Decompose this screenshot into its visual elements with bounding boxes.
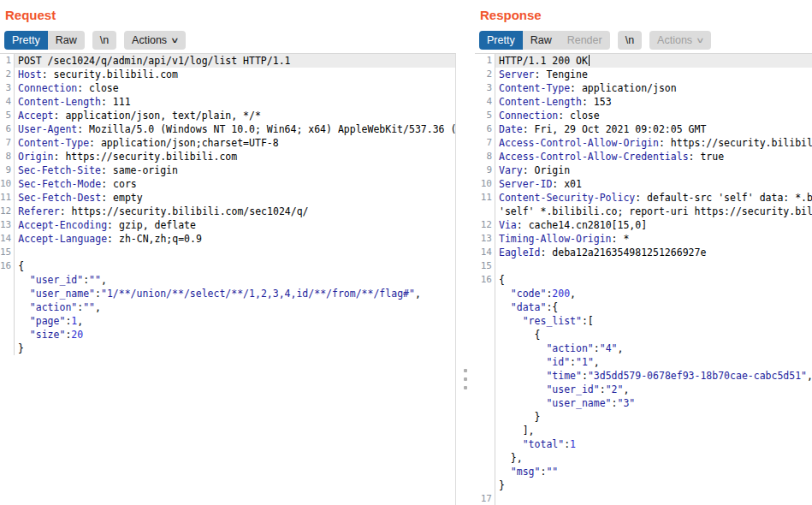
line-number: 10: [475, 177, 495, 191]
line-number: 1: [0, 54, 15, 68]
code-line: "total":1: [475, 437, 812, 451]
code-line-text: }: [495, 478, 812, 492]
code-line-text: Content-Type: application/json;charset=U…: [15, 136, 455, 150]
line-number: 4: [0, 95, 15, 109]
tab-label: Raw: [530, 34, 552, 46]
tab-group: \n: [618, 31, 642, 50]
text-caret: [589, 55, 590, 66]
code-line: 13Timing-Allow-Origin: *: [475, 232, 812, 246]
code-line: 12Referer: https://security.bilibili.com…: [0, 205, 455, 218]
code-line: "code":200,: [475, 287, 812, 300]
code-line: 8Access-Control-Allow-Credentials: true: [475, 150, 812, 163]
line-number: [0, 342, 15, 355]
tab-label: Actions: [132, 34, 167, 46]
request-editor[interactable]: 1POST /sec1024/q/admin/api/v1/log/list H…: [0, 53, 456, 505]
line-number: 13: [0, 218, 15, 232]
code-line-text: Via: cache14.cn2810[15,0]: [495, 218, 812, 232]
tab-label: Actions: [657, 34, 692, 46]
tab-label: Pretty: [487, 34, 515, 46]
code-line-text: "time":"3d5dd579-0678ef93-18b70cae-cabc5…: [495, 369, 812, 383]
tab-group: PrettyRaw: [4, 31, 85, 50]
tab-raw[interactable]: Raw: [48, 31, 85, 50]
code-line: 14EagleId: deba12a216354981251266927e: [475, 246, 812, 259]
tab-group: PrettyRawRender: [479, 31, 610, 50]
chevron-down-icon: ∨: [696, 36, 705, 45]
line-number: [475, 300, 495, 314]
code-line-text: Server-ID: x01: [495, 177, 812, 191]
code-line: 3Content-Type: application/json: [475, 81, 812, 95]
actions-button[interactable]: Actions∨: [124, 31, 186, 50]
line-number: 16: [0, 259, 15, 273]
code-line: }: [475, 410, 812, 424]
code-line: 12Via: cache14.cn2810[15,0]: [475, 218, 812, 232]
code-line: 15: [0, 246, 455, 259]
response-tabbar: PrettyRawRender\nActions∨: [475, 26, 812, 51]
line-number: 15: [475, 259, 495, 273]
code-line: 3Connection: close: [0, 81, 455, 95]
code-line: "msg":"": [475, 465, 812, 478]
code-line-text: [15, 246, 455, 259]
line-number: [0, 328, 15, 342]
code-line-text: {: [495, 328, 812, 342]
tab-group: Actions∨: [649, 31, 711, 50]
code-line: }: [0, 342, 455, 355]
request-tabbar: PrettyRaw\nActions∨: [0, 26, 456, 51]
code-line: },: [475, 451, 812, 465]
code-line: ],: [475, 424, 812, 437]
line-number: [0, 287, 15, 300]
code-line: 10Server-ID: x01: [475, 177, 812, 191]
code-line: 16{: [475, 273, 812, 287]
code-line-text: Host: security.bilibili.com: [15, 68, 455, 81]
code-line-text: Connection: close: [495, 109, 812, 122]
line-number: 14: [0, 232, 15, 246]
tab-raw[interactable]: Raw: [523, 31, 560, 50]
code-line-text: "user_id":"2",: [495, 383, 812, 396]
panel-splitter[interactable]: [456, 0, 475, 505]
line-number: 12: [475, 218, 495, 232]
code-line-text: Sec-Fetch-Site: same-origin: [15, 163, 455, 177]
code-line: 11Sec-Fetch-Dest: empty: [0, 191, 455, 205]
code-line: 'self' *.bilibili.co; report-uri https:/…: [475, 205, 812, 218]
line-number: [475, 451, 495, 465]
code-line-text: EagleId: deba12a216354981251266927e: [495, 246, 812, 259]
code-line-text: [495, 492, 812, 505]
line-number: 6: [475, 122, 495, 136]
line-number: 9: [0, 163, 15, 177]
tab-label: Render: [567, 34, 602, 46]
request-panel: Request PrettyRaw\nActions∨ 1POST /sec10…: [0, 0, 456, 505]
code-line: "user_id":"2",: [475, 383, 812, 396]
line-number: [475, 478, 495, 492]
line-number: [475, 287, 495, 300]
line-number: 8: [475, 150, 495, 163]
code-line-text: "size":20: [15, 328, 455, 342]
line-number: 5: [475, 109, 495, 122]
tab-label: Pretty: [12, 34, 40, 46]
code-line-text: }: [495, 410, 812, 424]
response-editor[interactable]: 1HTTP/1.1 200 OK2Server: Tengine3Content…: [475, 53, 812, 505]
line-number: [0, 273, 15, 287]
tab-pretty[interactable]: Pretty: [4, 31, 48, 50]
line-number: [0, 314, 15, 328]
tab-pretty[interactable]: Pretty: [479, 31, 523, 50]
line-number: 1: [475, 54, 495, 68]
line-number: 11: [475, 191, 495, 205]
line-number: [475, 314, 495, 328]
code-line: {: [475, 328, 812, 342]
code-line: 13Accept-Encoding: gzip, deflate: [0, 218, 455, 232]
line-number: [475, 369, 495, 383]
line-number: [475, 355, 495, 369]
line-number: [475, 396, 495, 410]
tab-label: \n: [625, 34, 634, 46]
code-line: 9Vary: Origin: [475, 163, 812, 177]
code-line-text: "id":"1",: [495, 355, 812, 369]
tab-newline[interactable]: \n: [618, 31, 642, 50]
line-number: 7: [475, 136, 495, 150]
actions-button[interactable]: Actions∨: [649, 31, 711, 50]
code-line-text: }: [15, 342, 455, 355]
code-line-text: Content-Length: 111: [15, 95, 455, 109]
tab-label: Raw: [56, 34, 77, 46]
code-line: 1HTTP/1.1 200 OK: [475, 54, 812, 68]
tab-render[interactable]: Render: [560, 31, 610, 50]
tab-newline[interactable]: \n: [92, 31, 116, 50]
line-number: 9: [475, 163, 495, 177]
